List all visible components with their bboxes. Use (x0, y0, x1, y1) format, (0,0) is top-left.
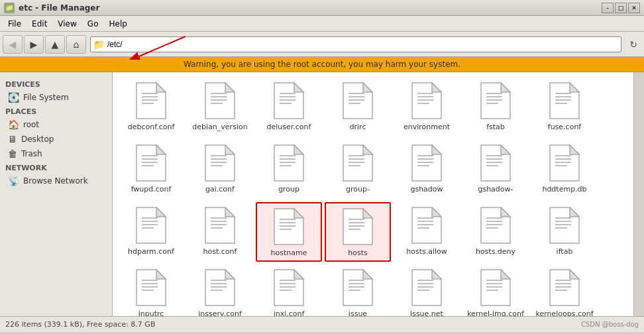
sidebar-item-root[interactable]: 🏠 root (0, 117, 112, 132)
menu-go[interactable]: Go (82, 18, 104, 30)
file-item[interactable]: environment (394, 78, 460, 137)
svg-marker-15 (294, 83, 303, 92)
file-name: group (278, 185, 299, 194)
minimize-button[interactable]: – (602, 3, 614, 13)
network-section-title: NETWORK (0, 161, 112, 174)
sidebar-item-trash[interactable]: 🗑 Trash (0, 146, 112, 161)
address-bar[interactable]: 📁 (90, 36, 621, 52)
file-item[interactable]: hosts (325, 202, 391, 262)
file-item[interactable]: deluser.conf (256, 78, 322, 137)
back-icon: ◀ (9, 39, 17, 50)
file-icon (480, 268, 511, 307)
file-item[interactable]: kernel-img.conf (462, 264, 529, 316)
network-icon: 📡 (8, 176, 19, 186)
svg-marker-123 (570, 207, 579, 217)
scrollbar[interactable] (633, 72, 644, 316)
svg-marker-135 (225, 270, 235, 279)
file-name: issue.net (410, 309, 443, 316)
svg-marker-21 (363, 83, 372, 92)
file-name: inputrc (138, 309, 164, 316)
file-icon (273, 207, 305, 246)
file-item[interactable]: hddtemp.db (531, 140, 598, 199)
svg-marker-111 (432, 207, 441, 217)
svg-marker-93 (225, 207, 235, 217)
back-button[interactable]: ◀ (3, 35, 23, 54)
maximize-button[interactable]: □ (615, 3, 627, 13)
main-layout: DEVICES 💽 File System PLACES 🏠 root 🖥 De… (0, 72, 644, 316)
file-item[interactable]: fuse.conf (531, 78, 598, 137)
file-item[interactable]: insserv.conf (187, 264, 253, 316)
devices-section-title: DEVICES (0, 78, 112, 90)
title-bar: 📁 etc - File Manager – □ ✕ (0, 0, 644, 16)
file-item[interactable]: hosts.deny (462, 202, 529, 262)
sidebar-item-desktop[interactable]: 🖥 Desktop (0, 132, 112, 146)
file-item[interactable]: group- (325, 140, 391, 199)
file-item[interactable]: hdparm.conf (118, 202, 184, 262)
sidebar-item-filesystem[interactable]: 💽 File System (0, 90, 112, 105)
file-item[interactable]: issue.net (394, 264, 460, 316)
close-button[interactable]: ✕ (628, 3, 640, 13)
file-name: drirc (350, 123, 366, 131)
refresh-button[interactable]: ↻ (625, 36, 641, 52)
menu-help[interactable]: Help (103, 18, 132, 30)
sidebar-item-browse-network[interactable]: 📡 Browse Network (0, 174, 112, 188)
file-icon (411, 144, 443, 182)
window-controls: – □ ✕ (602, 3, 640, 13)
file-name: host.conf (203, 247, 237, 256)
file-item[interactable]: group (256, 140, 322, 199)
file-name: deluser.conf (267, 123, 311, 131)
file-name: iftab (557, 247, 573, 256)
file-item[interactable]: debconf.conf (118, 78, 184, 137)
file-icon (549, 206, 580, 245)
filesystem-label: File System (23, 93, 69, 102)
svg-marker-63 (363, 145, 372, 154)
address-input[interactable] (107, 40, 618, 49)
refresh-icon: ↻ (629, 39, 637, 50)
file-name: hddtemp.db (542, 185, 586, 194)
file-name: hostname (271, 249, 307, 257)
file-item[interactable]: fwupd.conf (118, 140, 184, 199)
watermark: CSDN @boss-dog (581, 321, 639, 328)
file-name: fstab (486, 123, 505, 131)
file-item[interactable]: inputrc (118, 264, 184, 316)
home-icon: ⌂ (74, 39, 80, 50)
file-item[interactable]: hostname (256, 202, 322, 262)
file-item[interactable]: drirc (325, 78, 391, 137)
file-item[interactable]: issue (325, 264, 391, 316)
home-button[interactable]: ⌂ (66, 35, 86, 54)
file-item[interactable]: gshadow (394, 140, 460, 199)
desktop-label: Desktop (21, 135, 54, 144)
file-item[interactable]: debian_version (187, 78, 253, 137)
file-icon (273, 144, 305, 182)
file-item[interactable]: gai.conf (187, 140, 253, 199)
menu-file[interactable]: File (3, 18, 27, 30)
menu-view[interactable]: View (52, 18, 81, 30)
warning-bar: Warning, you are using the root account,… (0, 57, 644, 72)
file-icon (135, 268, 167, 307)
toolbar: ◀ ▶ ▲ ⌂ 📁 ↻ (0, 32, 644, 57)
window-title: etc - File Manager (19, 3, 99, 13)
up-button[interactable]: ▲ (45, 35, 65, 54)
file-name: hosts.allow (406, 247, 447, 256)
svg-marker-153 (432, 270, 441, 279)
file-area: debconf.conf debian_version (113, 72, 633, 316)
file-item[interactable]: kerneloops.conf (531, 264, 598, 316)
file-item[interactable]: inxi.conf (256, 264, 322, 316)
file-item[interactable]: host.conf (187, 202, 253, 262)
file-item[interactable]: hosts.allow (394, 202, 460, 262)
forward-button[interactable]: ▶ (24, 35, 44, 54)
file-icon (204, 206, 236, 245)
file-item[interactable]: fstab (462, 78, 529, 137)
file-icon (549, 82, 580, 120)
svg-marker-33 (501, 83, 510, 92)
file-icon (342, 82, 374, 120)
file-name: group- (346, 185, 370, 194)
file-icon (135, 144, 167, 182)
file-icon (480, 206, 511, 245)
file-item[interactable]: gshadow- (462, 140, 529, 199)
forward-icon: ▶ (30, 39, 38, 50)
file-icon (549, 144, 580, 182)
menu-edit[interactable]: Edit (27, 18, 52, 30)
svg-marker-87 (156, 207, 166, 217)
file-item[interactable]: iftab (531, 202, 598, 262)
